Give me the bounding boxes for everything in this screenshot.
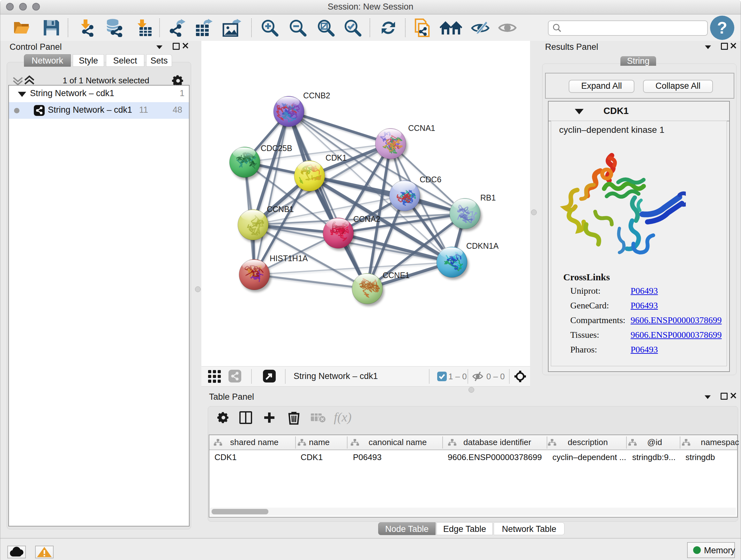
svg-text:RB1: RB1 bbox=[480, 193, 496, 202]
svg-text:CCNB2: CCNB2 bbox=[303, 91, 330, 100]
svg-text:CCNB1: CCNB1 bbox=[267, 205, 294, 213]
svg-text:CDC25B: CDC25B bbox=[261, 144, 292, 152]
svg-text:CCNA2: CCNA2 bbox=[353, 214, 381, 224]
svg-text:HIST1H1A: HIST1H1A bbox=[270, 254, 308, 263]
svg-text:CDC6: CDC6 bbox=[420, 175, 441, 184]
svg-text:CDK1: CDK1 bbox=[326, 153, 347, 162]
svg-text:CCNE1: CCNE1 bbox=[383, 271, 410, 280]
svg-text:CDKN1A: CDKN1A bbox=[466, 241, 499, 250]
svg-text:CCNA1: CCNA1 bbox=[408, 124, 435, 132]
